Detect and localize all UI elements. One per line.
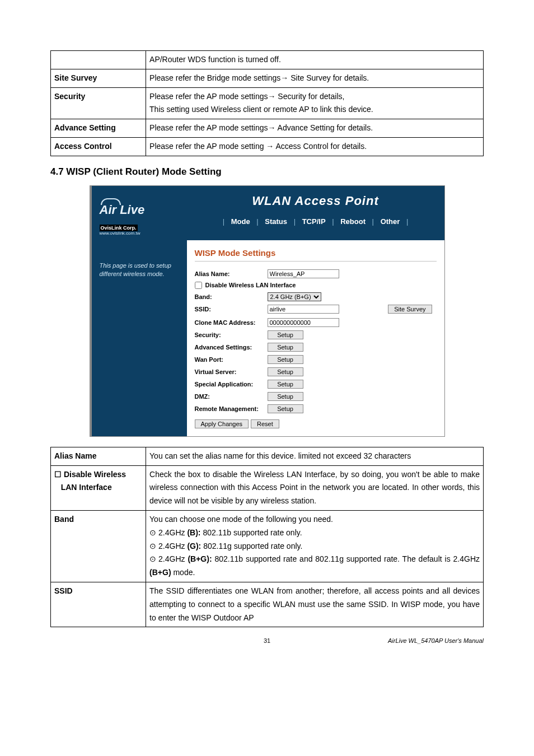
menu-sep-icon: | — [404, 217, 410, 226]
dmz-label: DMZ: — [195, 393, 268, 400]
brand-subtitle: OvisLink Corp. — [100, 225, 181, 231]
row-desc: Check the box to disable the Wireless LA… — [146, 465, 484, 510]
apply-changes-button[interactable]: Apply Changes — [195, 419, 249, 428]
reset-button[interactable]: Reset — [251, 419, 279, 428]
radio-dot-icon — [149, 554, 158, 563]
menu-sep-icon: | — [370, 217, 376, 226]
row-desc: Please refer the AP mode settings→ Advan… — [146, 119, 484, 138]
security-label: Security: — [195, 332, 268, 338]
brand-url: www.ovislink.com.tw — [100, 231, 181, 236]
row-desc: Please refer the AP mode settings→ Secur… — [146, 87, 484, 119]
section-heading: 4.7 WISP (Client Router) Mode Setting — [50, 166, 484, 178]
settings-reference-table-top: AP/Router WDS function is turned off. Si… — [50, 50, 484, 156]
wisp-settings-screenshot: Air Live OvisLink Corp. www.ovislink.com… — [90, 185, 445, 437]
row-label: Access Control — [51, 137, 146, 156]
arrow-icon: → — [268, 123, 275, 132]
menu-sep-icon: | — [330, 217, 336, 226]
site-survey-button[interactable]: Site Survey — [388, 305, 432, 314]
page-number: 31 — [195, 637, 339, 644]
screenshot-title: WLAN Access Point — [187, 194, 444, 208]
clone-mac-input[interactable] — [268, 318, 339, 327]
arrow-icon: → — [280, 73, 288, 82]
settings-reference-table-bottom: Alias Name You can set the alias name fo… — [50, 447, 484, 628]
menu-sep-icon: | — [292, 217, 298, 226]
menu-item-mode[interactable]: Mode — [229, 217, 252, 226]
manual-title: AirLive WL_5470AP User's Manual — [339, 637, 484, 644]
radio-dot-icon — [149, 528, 158, 537]
special-application-label: Special Application: — [195, 381, 268, 388]
disable-wireless-label: Disable Wireless LAN Interface — [205, 282, 296, 288]
row-desc: You can choose one mode of the following… — [146, 510, 484, 582]
alias-name-input[interactable] — [268, 269, 339, 278]
dmz-setup-button[interactable]: Setup — [268, 392, 303, 401]
advanced-settings-label: Advanced Settings: — [195, 344, 268, 351]
row-label: Security — [51, 87, 146, 119]
row-label: Disable Wireless LAN Interface — [51, 465, 146, 510]
row-label — [51, 51, 146, 69]
table-row: Disable Wireless LAN Interface Check the… — [51, 465, 484, 510]
panel-title: WISP Mode Settings — [195, 248, 437, 262]
arrow-icon: → — [268, 92, 275, 101]
row-label: Band — [51, 510, 146, 582]
radio-dot-icon — [149, 542, 158, 550]
menu-sep-icon: | — [221, 217, 227, 226]
table-row: Alias Name You can set the alias name fo… — [51, 447, 484, 465]
checkbox-empty-icon — [54, 470, 64, 479]
row-desc: AP/Router WDS function is turned off. — [146, 51, 484, 69]
side-note: This page is used to setup different wir… — [92, 240, 187, 436]
virtual-server-label: Virtual Server: — [195, 368, 268, 375]
arrow-icon: → — [266, 142, 274, 151]
table-row: Band You can choose one mode of the foll… — [51, 510, 484, 582]
page-footer: 31 AirLive WL_5470AP User's Manual — [50, 637, 484, 644]
brand-logo: Air Live — [100, 196, 181, 217]
row-label: Site Survey — [51, 69, 146, 87]
ssid-label: SSID: — [195, 306, 268, 312]
menu-item-reboot[interactable]: Reboot — [338, 217, 368, 226]
row-desc: You can set the alias name for this devi… — [146, 447, 484, 465]
menu-item-status[interactable]: Status — [263, 217, 289, 226]
row-desc: Please refer the AP mode setting → Acces… — [146, 137, 484, 156]
table-row: AP/Router WDS function is turned off. — [51, 51, 484, 69]
band-label: Band: — [195, 293, 268, 300]
disable-wireless-checkbox[interactable] — [195, 282, 202, 289]
remote-management-setup-button[interactable]: Setup — [268, 404, 303, 413]
security-setup-button[interactable]: Setup — [268, 330, 303, 339]
top-menu: | Mode | Status | TCP/IP | Reboot | Othe… — [187, 217, 444, 226]
table-row: Advance Setting Please refer the AP mode… — [51, 119, 484, 138]
table-row: Access Control Please refer the AP mode … — [51, 137, 484, 156]
row-label: Alias Name — [51, 447, 146, 465]
table-row: SSID The SSID differentiates one WLAN fr… — [51, 582, 484, 627]
remote-management-label: Remote Management: — [195, 405, 268, 412]
table-row: Site Survey Please refer the Bridge mode… — [51, 69, 484, 87]
menu-item-tcpip[interactable]: TCP/IP — [300, 217, 328, 226]
menu-sep-icon: | — [254, 217, 260, 226]
virtual-server-setup-button[interactable]: Setup — [268, 367, 303, 376]
row-desc: Please refer the Bridge mode settings→ S… — [146, 69, 484, 87]
row-label: SSID — [51, 582, 146, 627]
wan-port-setup-button[interactable]: Setup — [268, 355, 303, 364]
advanced-settings-setup-button[interactable]: Setup — [268, 343, 303, 352]
menu-item-other[interactable]: Other — [378, 217, 402, 226]
ssid-input[interactable] — [268, 305, 339, 314]
band-select[interactable]: 2.4 GHz (B+G) — [268, 292, 321, 301]
alias-name-label: Alias Name: — [195, 270, 268, 277]
row-desc: The SSID differentiates one WLAN from an… — [146, 582, 484, 627]
wan-port-label: Wan Port: — [195, 356, 268, 363]
table-row: Security Please refer the AP mode settin… — [51, 87, 484, 119]
special-application-setup-button[interactable]: Setup — [268, 380, 303, 389]
clone-mac-label: Clone MAC Address: — [195, 319, 268, 326]
row-label: Advance Setting — [51, 119, 146, 138]
